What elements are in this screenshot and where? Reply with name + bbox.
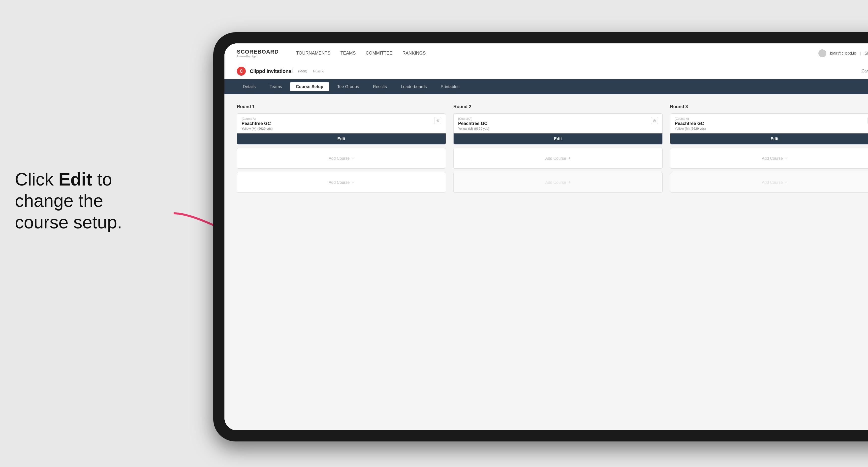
tournament-name: Clippd Invitational — [250, 68, 292, 74]
logo-area: SCOREBOARD Powered by clippd — [237, 49, 279, 58]
tablet-frame: SCOREBOARD Powered by clippd TOURNAMENTS… — [213, 32, 868, 441]
round-3-course-details: Yellow (M) (6629 yds) — [675, 127, 706, 130]
main-content: Round 1 (Course A) Peachtree GC Yellow (… — [224, 94, 868, 430]
round-1-title: Round 1 — [237, 104, 446, 110]
round-1-course-details: Yellow (M) (6629 yds) — [242, 127, 273, 130]
tablet-screen: SCOREBOARD Powered by clippd TOURNAMENTS… — [224, 43, 868, 430]
nav-links: TOURNAMENTS TEAMS COMMITTEE RANKINGS — [296, 49, 806, 57]
hosting-badge: Hosting — [313, 69, 324, 73]
tab-teams[interactable]: Teams — [264, 82, 288, 91]
nav-teams[interactable]: TEAMS — [341, 49, 356, 57]
tab-printables[interactable]: Printables — [435, 82, 465, 91]
tournament-bar: C Clippd Invitational (Men) Hosting Canc… — [224, 63, 868, 80]
nav-right: blair@clippd.io | Sign out — [818, 49, 868, 57]
nav-rankings[interactable]: RANKINGS — [403, 49, 426, 57]
user-email: blair@clippd.io — [830, 51, 856, 56]
rounds-grid: Round 1 (Course A) Peachtree GC Yellow (… — [237, 104, 868, 196]
round-1-course-info: (Course A) Peachtree GC Yellow (M) (6629… — [242, 117, 273, 130]
round-2-column: Round 2 (Course A) Peachtree GC Yellow (… — [453, 104, 662, 196]
round-2-edit-button[interactable]: Edit — [454, 133, 662, 144]
round-1-delete-icon[interactable]: ⊗ — [434, 117, 441, 124]
round-3-course-info: (Course A) Peachtree GC Yellow (M) (6629… — [675, 117, 706, 130]
nav-divider: | — [860, 51, 861, 56]
plus-icon-2: + — [352, 180, 354, 185]
tournament-logo: C — [237, 67, 246, 75]
logo-subtext: Powered by clippd — [237, 55, 279, 58]
cancel-button[interactable]: Cancel ✕ — [862, 69, 868, 74]
round-2-add-course-1[interactable]: Add Course + — [453, 148, 662, 169]
round-1-course-card: (Course A) Peachtree GC Yellow (M) (6629… — [237, 113, 446, 145]
plus-icon: + — [352, 156, 354, 161]
add-course-text-2: Add Course — [329, 180, 350, 185]
logo-text: SCOREBOARD — [237, 49, 279, 55]
round-3-course-header: (Course A) Peachtree GC Yellow (M) (6629… — [670, 114, 868, 133]
round-2-course-details: Yellow (M) (6629 yds) — [458, 127, 489, 130]
round-2-add-course-2: Add Course + — [453, 172, 662, 193]
trash-icon-2: ⊗ — [653, 118, 656, 123]
round-2-title: Round 2 — [453, 104, 662, 110]
round-1-add-course-2[interactable]: Add Course + — [237, 172, 446, 193]
tournament-info: C Clippd Invitational (Men) Hosting — [237, 67, 324, 75]
round-3-course-name: Peachtree GC — [675, 121, 706, 126]
round-1-add-course-1[interactable]: Add Course + — [237, 148, 446, 169]
tournament-gender: (Men) — [298, 69, 307, 73]
tab-details[interactable]: Details — [237, 82, 261, 91]
round-2-course-name: Peachtree GC — [458, 121, 489, 126]
round-1-course-name: Peachtree GC — [242, 121, 273, 126]
round-1-course-label: (Course A) — [242, 117, 273, 121]
tab-tee-groups[interactable]: Tee Groups — [331, 82, 365, 91]
add-course-text: Add Course — [329, 156, 350, 161]
round-2-course-card: (Course A) Peachtree GC Yellow (M) (6629… — [453, 113, 662, 145]
tab-results[interactable]: Results — [367, 82, 393, 91]
round-2-delete-icon[interactable]: ⊗ — [651, 117, 658, 124]
tab-course-setup[interactable]: Course Setup — [290, 82, 329, 91]
round-2-add-course-text-2: Add Course — [545, 180, 566, 185]
round-1-course-header: (Course A) Peachtree GC Yellow (M) (6629… — [237, 114, 446, 133]
nav-tournaments[interactable]: TOURNAMENTS — [296, 49, 331, 57]
round-1-column: Round 1 (Course A) Peachtree GC Yellow (… — [237, 104, 446, 196]
tab-bar: Details Teams Course Setup Tee Groups Re… — [224, 80, 868, 94]
round-2-course-label: (Course A) — [458, 117, 489, 121]
round-2-plus-icon: + — [568, 156, 571, 161]
round-2-course-info: (Course A) Peachtree GC Yellow (M) (6629… — [458, 117, 489, 130]
round-3-plus-icon: + — [785, 156, 787, 161]
tab-leaderboards[interactable]: Leaderboards — [395, 82, 433, 91]
round-3-course-card: (Course A) Peachtree GC Yellow (M) (6629… — [670, 113, 868, 145]
round-1-edit-button[interactable]: Edit — [237, 133, 446, 144]
round-2-course-header: (Course A) Peachtree GC Yellow (M) (6629… — [454, 114, 662, 133]
round-3-plus-icon-2: + — [785, 180, 787, 185]
round-3-add-course-text: Add Course — [762, 156, 783, 161]
round-3-edit-button[interactable]: Edit — [670, 133, 868, 144]
round-3-add-course-1[interactable]: Add Course + — [670, 148, 868, 169]
nav-committee[interactable]: COMMITTEE — [366, 49, 393, 57]
round-2-add-course-text: Add Course — [545, 156, 566, 161]
sign-out-link[interactable]: Sign out — [865, 51, 868, 56]
round-3-add-course-2: Add Course + — [670, 172, 868, 193]
top-navigation: SCOREBOARD Powered by clippd TOURNAMENTS… — [224, 43, 868, 63]
user-avatar — [818, 49, 826, 57]
trash-icon: ⊗ — [436, 118, 439, 123]
round-3-column: Round 3 (Course A) Peachtree GC Yellow (… — [670, 104, 868, 196]
round-3-course-label: (Course A) — [675, 117, 706, 121]
round-2-plus-icon-2: + — [568, 180, 571, 185]
round-3-add-course-text-2: Add Course — [762, 180, 783, 185]
round-3-title: Round 3 — [670, 104, 868, 110]
